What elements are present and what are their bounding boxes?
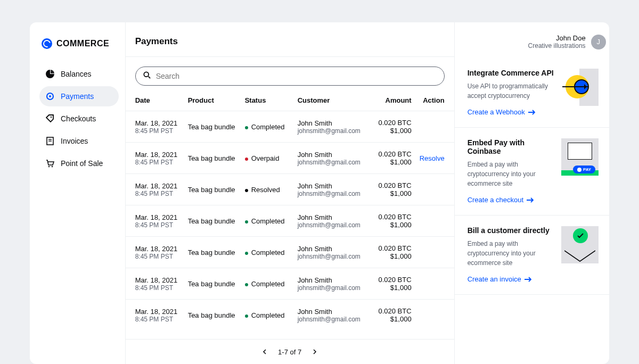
sidebar-item-payments[interactable]: Payments xyxy=(39,86,119,106)
cart-icon xyxy=(46,159,54,168)
status-dot-icon xyxy=(245,126,248,129)
row-time: 8:45 PM PST xyxy=(135,127,188,135)
status-dot-icon xyxy=(245,315,248,318)
svg-point-1 xyxy=(49,95,51,97)
resolve-link[interactable]: Resolve xyxy=(420,154,445,162)
page-title: Payments xyxy=(135,36,178,47)
row-product: Tea bag bundle xyxy=(188,154,245,162)
row-time: 8:45 PM PST xyxy=(135,284,188,292)
card-title: Integrate Commerce API xyxy=(468,69,555,77)
row-status: Completed xyxy=(245,249,298,257)
status-dot-icon xyxy=(245,283,248,286)
user-text: John Doe Creative illustrations xyxy=(528,34,586,49)
table-row[interactable]: Mar. 18, 20218:45 PM PSTTea bag bundleCo… xyxy=(126,205,454,237)
search-input[interactable] xyxy=(156,72,437,80)
row-customer-name: John Smith xyxy=(298,119,371,127)
row-amount-fiat: $1,000 xyxy=(371,315,412,323)
topbar: Payments John Doe Creative illustrations… xyxy=(126,22,454,57)
pager-label: 1-7 of 7 xyxy=(278,348,301,356)
coin-icon xyxy=(46,92,54,101)
svg-point-6 xyxy=(48,166,50,167)
row-date: Mar. 18, 2021 xyxy=(135,151,188,159)
row-product: Tea bag bundle xyxy=(188,249,245,257)
row-amount-fiat: $1,000 xyxy=(371,252,412,260)
status-dot-icon xyxy=(245,220,248,224)
avatar[interactable]: J xyxy=(591,35,606,49)
row-amount-crypto: 0.020 BTC xyxy=(371,276,412,284)
sidebar-item-pos[interactable]: Point of Sale xyxy=(39,153,119,173)
tag-icon xyxy=(46,114,54,123)
sidebar-item-checkouts[interactable]: Checkouts xyxy=(39,109,119,129)
create-webhook-link[interactable]: Create a Webhook xyxy=(468,108,536,116)
card-invoice: Bill a customer directly Embed a pay wit… xyxy=(455,216,609,295)
brand-name: COMMERCE xyxy=(56,39,109,48)
row-time: 8:45 PM PST xyxy=(135,190,188,197)
app-window: COMMERCE Balances Payments Checkouts Inv xyxy=(30,22,609,364)
row-time: 8:45 PM PST xyxy=(135,253,188,260)
sidebar-item-label: Invoices xyxy=(61,137,88,145)
sidebar-item-label: Balances xyxy=(61,70,92,78)
pager-next-button[interactable] xyxy=(312,347,317,357)
table-row[interactable]: Mar. 18, 20218:45 PM PSTTea bag bundleCo… xyxy=(126,237,454,268)
sidebar-item-balances[interactable]: Balances xyxy=(39,64,119,84)
row-customer-email: johnsmith@gmail.com xyxy=(298,190,371,197)
row-customer-name: John Smith xyxy=(298,182,371,190)
envelope-icon xyxy=(564,244,595,262)
search-bar[interactable] xyxy=(135,67,445,86)
row-date: Mar. 18, 2021 xyxy=(135,182,188,190)
row-date: Mar. 18, 2021 xyxy=(135,245,188,253)
row-status: Completed xyxy=(245,123,298,131)
row-amount-fiat: $1,000 xyxy=(371,221,412,229)
sidebar-item-label: Point of Sale xyxy=(61,159,103,168)
card-illustration xyxy=(561,69,599,106)
create-checkout-link[interactable]: Create a checkout xyxy=(468,196,535,204)
row-status: Completed xyxy=(245,217,298,225)
row-customer-email: johnsmith@gmail.com xyxy=(298,253,371,260)
user-block[interactable]: John Doe Creative illustrations J xyxy=(528,34,606,49)
table-row[interactable]: Mar. 18, 20218:45 PM PSTTea bag bundleCo… xyxy=(126,300,454,330)
row-product: Tea bag bundle xyxy=(188,123,245,131)
col-amount: Amount xyxy=(371,96,412,104)
pager-prev-button[interactable] xyxy=(262,347,267,357)
status-dot-icon xyxy=(245,158,248,161)
row-amount-crypto: 0.020 BTC xyxy=(371,181,412,189)
row-time: 8:45 PM PST xyxy=(135,316,188,323)
card-body-text: Use API to programmatically accept crypt… xyxy=(468,81,555,101)
table-row[interactable]: Mar. 18, 20218:45 PM PSTTea bag bundleRe… xyxy=(126,174,454,205)
svg-point-8 xyxy=(144,72,149,77)
table-row[interactable]: Mar. 18, 20218:45 PM PSTTea bag bundleOv… xyxy=(126,143,454,174)
row-amount-fiat: $1,000 xyxy=(371,189,412,197)
row-date: Mar. 18, 2021 xyxy=(135,119,188,127)
arrow-right-icon xyxy=(525,277,532,282)
sidebar-item-label: Payments xyxy=(61,92,94,101)
table-row[interactable]: Mar. 18, 20218:45 PM PSTTea bag bundleCo… xyxy=(126,268,454,300)
user-subtitle: Creative illustrations xyxy=(528,42,586,49)
row-time: 8:45 PM PST xyxy=(135,159,188,166)
row-amount-crypto: 0.020 BTC xyxy=(371,150,412,158)
user-name: John Doe xyxy=(528,34,586,42)
col-date: Date xyxy=(135,96,188,104)
search-icon xyxy=(143,71,151,81)
sidebar-item-invoices[interactable]: Invoices xyxy=(39,131,119,151)
sidebar-item-label: Checkouts xyxy=(61,114,96,123)
status-dot-icon xyxy=(245,252,248,255)
status-dot-icon xyxy=(245,189,248,192)
create-invoice-link[interactable]: Create an invoice xyxy=(468,275,532,283)
row-amount-crypto: 0.020 BTC xyxy=(371,119,412,127)
row-product: Tea bag bundle xyxy=(188,311,245,319)
brand: COMMERCE xyxy=(39,38,119,49)
row-customer-email: johnsmith@gmail.com xyxy=(298,221,371,229)
row-customer-email: johnsmith@gmail.com xyxy=(298,316,371,323)
pie-chart-icon xyxy=(46,70,54,78)
card-body-text: Embed a pay with cryptocurrency into you… xyxy=(468,160,555,188)
main-content: Payments John Doe Creative illustrations… xyxy=(125,22,455,364)
row-customer-email: johnsmith@gmail.com xyxy=(298,127,371,135)
table-header: Date Product Status Customer Amount Acti… xyxy=(126,91,454,111)
row-date: Mar. 18, 2021 xyxy=(135,276,188,284)
row-status: Completed xyxy=(245,280,298,288)
row-customer-name: John Smith xyxy=(298,151,371,159)
row-customer-name: John Smith xyxy=(298,245,371,253)
check-circle-icon xyxy=(573,228,588,243)
table-row[interactable]: Mar. 18, 20218:45 PM PSTTea bag bundleCo… xyxy=(126,111,454,143)
svg-line-9 xyxy=(148,77,150,79)
